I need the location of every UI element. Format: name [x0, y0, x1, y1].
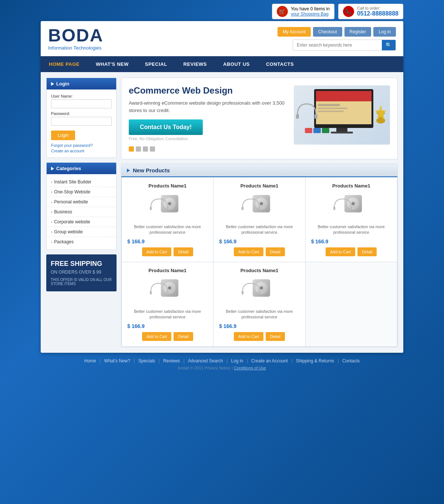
footer-link-contacts[interactable]: Contacts: [342, 358, 360, 363]
my-account-button[interactable]: My Account: [278, 27, 311, 37]
footer-link-reviews[interactable]: Reviews: [163, 358, 180, 363]
add-to-cart-1[interactable]: Add to Cart: [142, 247, 172, 256]
product-actions-3: Add to Cart Detail: [311, 247, 391, 256]
cat-item-corporate[interactable]: › Corporate website: [47, 217, 116, 227]
indicator-1[interactable]: [129, 146, 134, 152]
product-actions-2: Add to Cart Detail: [219, 247, 299, 256]
add-to-cart-3[interactable]: Add to Cart: [326, 247, 355, 256]
logo-sub: Information Technologies: [48, 45, 103, 51]
content-area: Login User Name: Password: Login Forgot …: [41, 72, 403, 353]
svg-rect-20: [149, 206, 151, 210]
footer-link-login[interactable]: Log in: [231, 358, 243, 363]
header-right: My Account Checkout Register Log in 🔍: [278, 27, 396, 51]
checkout-button[interactable]: Checkout: [313, 27, 342, 37]
product-actions-4: Add to Cart Detail: [127, 332, 208, 341]
products-grid-row1: Products Name1: [121, 177, 397, 262]
nav-item-home[interactable]: HOME PAGE: [41, 56, 88, 72]
add-to-cart-2[interactable]: Add to Cart: [234, 247, 263, 256]
svg-rect-6: [336, 128, 347, 132]
nav-item-about[interactable]: ABOUT US: [215, 56, 258, 72]
header: BODA Information Technologies My Account…: [41, 21, 403, 56]
detail-2[interactable]: Detail: [266, 247, 285, 256]
categories-list: › Instant Site Builder › One-Stop Websit…: [47, 174, 116, 250]
main-content: eCommerce Web Design Award-winning eComm…: [121, 78, 398, 347]
nav-item-contacts[interactable]: CONTACTS: [258, 56, 302, 72]
footer-link-shipping[interactable]: Shipping & Returns: [296, 358, 334, 363]
footer-conditions-link[interactable]: Conditions of Use: [234, 366, 266, 370]
footer-link-create-account[interactable]: Create an Account: [251, 358, 288, 363]
svg-rect-7: [331, 132, 353, 133]
forgot-password-link[interactable]: Forgot your password?: [51, 143, 112, 148]
cat-item-instant[interactable]: › Instant Site Builder: [47, 177, 116, 187]
login-button[interactable]: Login: [51, 131, 75, 140]
indicator-2[interactable]: [136, 146, 141, 152]
contact-us-button[interactable]: Contact Us Today!: [129, 119, 203, 135]
detail-1[interactable]: Detail: [174, 247, 193, 256]
phone-icon: 📞: [343, 6, 354, 17]
username-input[interactable]: [51, 99, 112, 108]
footer-link-advanced-search[interactable]: Advanced Search: [188, 358, 223, 363]
cat-item-onestop[interactable]: › One-Stop Website: [47, 187, 116, 197]
register-button[interactable]: Register: [344, 27, 371, 37]
search-input[interactable]: [293, 40, 382, 50]
banner-illustration: [294, 85, 390, 145]
categories-title: Categories: [47, 163, 116, 174]
password-input[interactable]: [51, 117, 112, 126]
top-bar: 🛒 You have 0 Items in your Shopping Bag …: [41, 4, 403, 19]
product-actions-5: Add to Cart Detail: [219, 332, 299, 341]
password-label: Password:: [51, 111, 112, 116]
product-desc-4: Better customer satisfaction via more pr…: [127, 309, 208, 320]
cta-sub: Free, No Obligation Consultation: [129, 136, 288, 141]
nav-item-special[interactable]: SPECIAL: [137, 56, 175, 72]
cat-item-group[interactable]: › Group website: [47, 227, 116, 237]
svg-rect-40: [242, 291, 243, 294]
detail-3[interactable]: Detail: [357, 247, 377, 256]
detail-5[interactable]: Detail: [266, 332, 285, 341]
svg-rect-3: [318, 104, 340, 106]
cat-item-personal[interactable]: › Personal website: [47, 197, 116, 207]
product-desc-5: Better customer satisfaction via more pr…: [219, 309, 299, 320]
banner-text: eCommerce Web Design Award-winning eComm…: [129, 85, 288, 152]
logo-area: BODA Information Technologies: [48, 27, 103, 51]
product-image-1: [149, 192, 186, 221]
login-body: User Name: Password: Login Forgot your p…: [47, 89, 116, 158]
footer-link-specials[interactable]: Specials: [138, 358, 155, 363]
cat-item-packages[interactable]: › Packages: [47, 237, 116, 247]
sidebar: Login User Name: Password: Login Forgot …: [46, 78, 117, 347]
logo-brand: BODA: [48, 27, 103, 44]
add-to-cart-4[interactable]: Add to Cart: [142, 332, 172, 341]
cat-item-business[interactable]: › Business: [47, 207, 116, 217]
footer: Home | What's New? | Specials | Reviews …: [41, 358, 403, 370]
indicator-3[interactable]: [143, 146, 148, 152]
footer-link-whatsnew[interactable]: What's New?: [104, 358, 130, 363]
add-to-cart-5[interactable]: Add to Cart: [234, 332, 263, 341]
svg-rect-14: [322, 128, 329, 133]
product-card-1: Products Name1: [122, 177, 213, 262]
cart-text: You have 0 Items in your Shopping Bag: [291, 6, 330, 17]
login-box: Login User Name: Password: Login Forgot …: [46, 78, 117, 158]
phone-info: 📞 Call to order: 0512-88888888: [338, 4, 403, 19]
svg-rect-30: [333, 206, 335, 210]
login-header-button[interactable]: Log in: [373, 27, 396, 37]
detail-4[interactable]: Detail: [174, 332, 193, 341]
shopping-bag-link[interactable]: your Shopping Bag: [291, 11, 329, 17]
main-container: BODA Information Technologies My Account…: [41, 21, 403, 353]
svg-point-19: [168, 202, 171, 205]
product-card-2: Products Name1: [213, 177, 305, 262]
product-name-2: Products Name1: [240, 183, 279, 189]
footer-links: Home | What's New? | Specials | Reviews …: [41, 358, 403, 363]
username-group: User Name:: [51, 94, 112, 108]
search-button[interactable]: 🔍: [382, 40, 396, 50]
main-nav: HOME PAGE WHAT'S NEW SPECIAL REVIEWS ABO…: [41, 56, 403, 72]
product-price-4: $ 166.9: [127, 323, 145, 329]
password-group: Password:: [51, 111, 112, 126]
product-image-5: [241, 276, 278, 306]
footer-copyright: bodait © 2011 Privacy Notice | Condition…: [41, 366, 403, 370]
nav-item-reviews[interactable]: REVIEWS: [175, 56, 215, 72]
nav-item-whatsnew[interactable]: WHAT'S NEW: [88, 56, 137, 72]
shipping-note: THIS OFFER IS VALID ON ALL OUR STORE ITE…: [51, 278, 112, 286]
indicator-4[interactable]: [150, 146, 155, 152]
svg-point-24: [260, 202, 263, 205]
footer-link-home[interactable]: Home: [84, 358, 96, 363]
create-account-link[interactable]: Create an account: [51, 149, 112, 153]
